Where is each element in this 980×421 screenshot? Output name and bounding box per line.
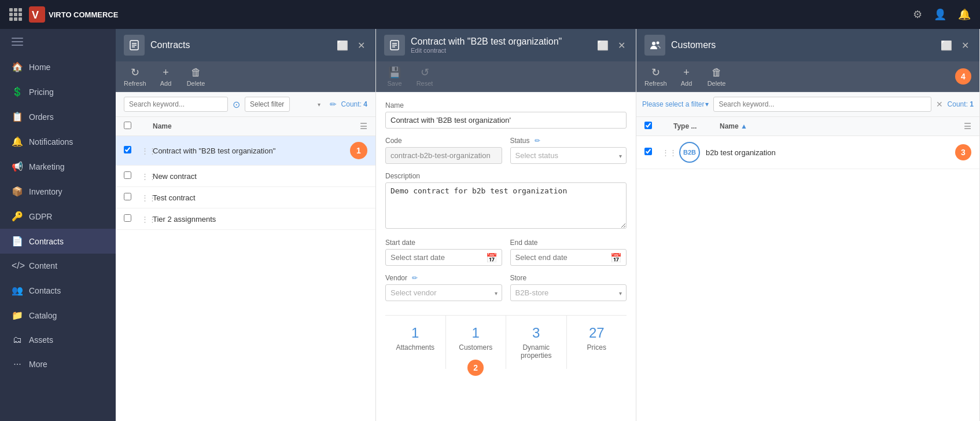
customers-close-btn[interactable]: ✕ xyxy=(959,39,971,52)
vendor-edit-icon[interactable]: ✏ xyxy=(412,274,418,282)
column-settings-icon[interactable]: ☰ xyxy=(964,122,971,131)
row-select-checkbox[interactable] xyxy=(124,214,131,222)
settings-icon[interactable]: ⚙ xyxy=(913,8,922,21)
customers-refresh-btn[interactable]: ↻ Refresh xyxy=(644,66,667,87)
edit-panel-subtitle: Edit contract xyxy=(411,47,562,54)
start-date-input[interactable] xyxy=(385,249,502,266)
sidebar-item-marketing[interactable]: 📢 Marketing xyxy=(0,154,116,179)
search-clear-icon[interactable]: ✕ xyxy=(936,100,943,109)
orders-icon: 📋 xyxy=(12,111,23,122)
customers-delete-btn[interactable]: 🗑 Delete xyxy=(706,67,727,87)
customers-add-btn[interactable]: + Add xyxy=(676,67,697,87)
edit-reset-btn[interactable]: ↺ Reset xyxy=(414,66,435,87)
vendor-select-wrap: Select vendor xyxy=(385,284,502,301)
grid-menu-icon[interactable] xyxy=(9,8,22,21)
marketing-icon: 📢 xyxy=(12,161,23,172)
svg-text:V: V xyxy=(32,9,39,21)
customer-table-row[interactable]: ⋮⋮ B2B b2b test organization 3 xyxy=(636,136,979,169)
store-select[interactable]: B2B-store xyxy=(510,284,627,301)
contracts-delete-btn[interactable]: 🗑 Delete xyxy=(186,67,207,87)
sidebar-item-catalog[interactable]: 📁 Catalog xyxy=(0,303,116,328)
sidebar-item-contracts[interactable]: 📄 Contracts xyxy=(0,229,116,254)
name-col-label: Name xyxy=(720,122,739,130)
inventory-icon: 📦 xyxy=(12,186,23,197)
refresh-label: Refresh xyxy=(644,80,667,87)
filter-edit-icon[interactable]: ✏ xyxy=(330,100,337,109)
table-row[interactable]: ⋮⋮ Contract with "B2B test organization"… xyxy=(116,136,375,166)
edit-close-btn[interactable]: ✕ xyxy=(616,39,628,52)
edit-save-btn[interactable]: 💾 Save xyxy=(384,66,405,87)
end-date-label: End date xyxy=(510,239,627,247)
contracts-add-btn[interactable]: + Add xyxy=(156,67,176,87)
badge-1: 1 xyxy=(350,142,367,159)
sidebar-item-notifications[interactable]: 🔔 Notifications xyxy=(0,129,116,154)
name-input[interactable] xyxy=(385,112,627,129)
customers-panel: Customers ⬜ ✕ ↻ Refresh + Add 🗑 Delete 4 xyxy=(636,29,980,421)
sidebar-item-orders[interactable]: 📋 Orders xyxy=(0,104,116,129)
status-edit-icon[interactable]: ✏ xyxy=(535,137,540,145)
sidebar-item-contacts[interactable]: 👥 Contacts xyxy=(0,278,116,303)
dynamic-properties-widget[interactable]: 3 Dynamic properties xyxy=(506,316,567,369)
column-settings-icon[interactable]: ☰ xyxy=(360,122,367,131)
status-field-group: Status ✏ Select status xyxy=(510,137,627,164)
status-select[interactable]: Select status xyxy=(510,147,627,164)
svg-point-11 xyxy=(657,42,660,45)
customers-widget[interactable]: 1 Customers 2 xyxy=(446,316,507,369)
row-checkbox xyxy=(124,193,141,202)
content-icon: </> xyxy=(12,261,23,271)
edit-maximize-btn[interactable]: ⬜ xyxy=(595,39,611,52)
user-icon[interactable]: 👤 xyxy=(934,8,946,21)
contracts-table: Name ☰ ⋮⋮ Contract with "B2B test organi… xyxy=(116,117,375,421)
sidebar-item-label: Home xyxy=(29,63,50,72)
contracts-maximize-btn[interactable]: ⬜ xyxy=(334,39,351,52)
customers-maximize-btn[interactable]: ⬜ xyxy=(938,39,955,52)
please-select-filter-link[interactable]: Please select a filter ▾ xyxy=(642,100,709,108)
sidebar-item-inventory[interactable]: 📦 Inventory xyxy=(0,179,116,204)
logo-text: VIRTO COMMERCE xyxy=(49,10,118,19)
badge-3: 3 xyxy=(955,144,971,160)
contracts-search-input[interactable] xyxy=(124,97,228,112)
status-label: Status ✏ xyxy=(510,137,627,145)
description-field-group: Description Demo contract for b2b test o… xyxy=(385,172,627,230)
description-textarea[interactable]: Demo contract for b2b test organization xyxy=(385,182,627,229)
sidebar-item-gdpr[interactable]: 🔑 GDPR xyxy=(0,204,116,229)
reset-icon: ↺ xyxy=(421,66,429,79)
badge-4: 4 xyxy=(955,68,971,85)
row-select-checkbox[interactable] xyxy=(124,146,131,153)
sidebar-item-label: Assets xyxy=(29,335,53,345)
attachments-widget[interactable]: 1 Attachments xyxy=(385,316,446,369)
bell-icon[interactable]: 🔔 xyxy=(958,8,971,21)
table-row[interactable]: ⋮⋮ Test contract xyxy=(116,187,375,208)
sidebar-item-more[interactable]: ··· More xyxy=(0,352,116,376)
row-checkbox xyxy=(644,148,662,157)
contracts-filter-bar: ⊙ Select filter ✏ Count: 4 xyxy=(116,92,375,117)
customers-search-input[interactable] xyxy=(713,97,931,112)
start-date-label: Start date xyxy=(385,239,502,247)
table-row[interactable]: ⋮⋮ Tier 2 assignments xyxy=(116,208,375,230)
vendor-select[interactable]: Select vendor xyxy=(385,284,502,301)
search-clear-icon[interactable]: ⊙ xyxy=(233,99,240,110)
widgets-row: 1 Attachments 1 Customers 2 3 Dynamic pr… xyxy=(385,315,627,369)
header-name-col[interactable]: Name ▲ xyxy=(720,122,964,130)
contracts-close-btn[interactable]: ✕ xyxy=(355,39,367,52)
row-select-checkbox[interactable] xyxy=(124,171,131,179)
row-select-checkbox[interactable] xyxy=(124,193,131,200)
sidebar-item-label: Inventory xyxy=(29,187,62,196)
table-row[interactable]: ⋮⋮ New contract xyxy=(116,166,375,187)
prices-widget[interactable]: 27 Prices xyxy=(567,316,627,369)
delete-label: Delete xyxy=(708,80,726,87)
sidebar-item-pricing[interactable]: 💲 Pricing xyxy=(0,79,116,104)
contracts-filter-select[interactable]: Select filter xyxy=(245,97,290,112)
row-select-checkbox[interactable] xyxy=(644,148,652,155)
header-type-col: Type ... xyxy=(673,122,720,130)
select-all-checkbox[interactable] xyxy=(124,122,131,129)
sidebar-item-home[interactable]: 🏠 Home xyxy=(0,54,116,79)
sidebar-menu-toggle[interactable] xyxy=(0,29,116,54)
end-date-input[interactable] xyxy=(510,249,627,266)
sidebar-item-content[interactable]: </> Content xyxy=(0,254,116,278)
sidebar-item-assets[interactable]: 🗂 Assets xyxy=(0,328,116,352)
start-date-group: Start date 📅 xyxy=(385,239,502,266)
vendor-store-row: Vendor ✏ Select vendor Store B2B-store xyxy=(385,274,627,309)
select-all-checkbox[interactable] xyxy=(644,122,652,129)
contracts-refresh-btn[interactable]: ↻ Refresh xyxy=(124,66,146,87)
